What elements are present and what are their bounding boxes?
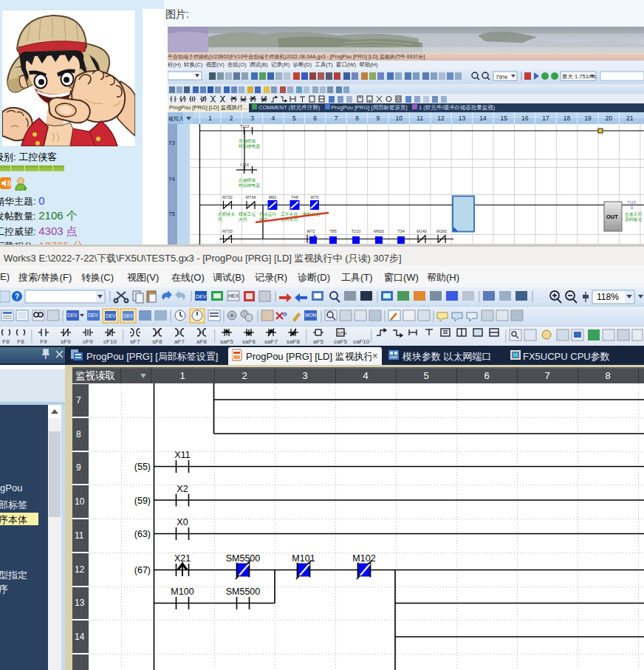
svg-text:11: 11 [75,530,84,541]
svg-text:S: S [177,330,181,335]
svg-text:17: 17 [542,114,549,122]
svg-text:F9: F9 [40,338,47,345]
svg-text:时间继电器: 时间继电器 [239,183,260,188]
svg-text:M62: M62 [269,195,277,199]
svg-text:sF8: sF8 [152,338,162,345]
svg-text:I 114: I 114 [240,163,249,167]
svg-text:saF7: saF7 [264,338,278,345]
svg-text:M140: M140 [417,229,427,233]
svg-text:M733: M733 [222,229,233,233]
svg-text:1: 1 [208,114,212,122]
svg-text:4: 4 [272,114,275,122]
svg-text:DEV: DEV [106,313,116,318]
svg-text:(67): (67) [134,565,151,575]
svg-text:12: 12 [75,564,85,575]
svg-text:1: 1 [179,370,185,381]
svg-text:M101: M101 [292,553,315,564]
svg-text:OUT: OUT [606,213,618,220]
svg-text:0: 0 [631,205,633,210]
svg-text:视写入: 视写入 [168,116,184,122]
svg-text:13: 13 [459,114,466,122]
svg-text:75: 75 [168,211,175,217]
svg-text:闭: 闭 [218,217,222,222]
svg-text:X0: X0 [177,517,188,527]
svg-text:14: 14 [75,632,85,642]
svg-text:o: o [283,310,287,318]
svg-text:12: 12 [437,114,445,122]
svg-text:118%: 118% [597,292,619,302]
svg-text:73: 73 [168,140,175,146]
svg-text:HEX: HEX [228,293,239,298]
svg-text:cF10: cF10 [103,338,117,345]
svg-text:13: 13 [75,598,85,608]
svg-text:79%: 79% [496,74,507,81]
svg-text:aF8: aF8 [196,338,207,345]
svg-text:8: 8 [605,370,610,381]
svg-text:9: 9 [377,114,380,122]
svg-text:aF7: aF7 [174,338,185,345]
svg-text:14: 14 [479,114,487,122]
svg-text:7: 7 [76,395,81,406]
svg-text:大闭: 大闭 [239,217,247,222]
svg-text:SM5500: SM5500 [226,553,261,564]
svg-text:监视读取: 监视读取 [75,370,115,381]
svg-text:T85: T85 [329,229,336,233]
svg-text:时间继电器: 时间继电器 [239,144,260,149]
svg-text:(55): (55) [134,462,151,472]
svg-text:sF7: sF7 [130,338,140,345]
svg-text:2: 2 [242,370,247,381]
svg-text:?: ? [15,293,19,301]
svg-text:全速关闭: 全速关闭 [625,212,642,217]
svg-text:DEV: DEV [88,312,98,318]
svg-text:7: 7 [544,370,549,381]
svg-text:21: 21 [626,114,634,122]
svg-text:右侧焊接: 右侧焊接 [238,177,256,183]
svg-text:STH: STH [338,331,346,335]
svg-text:saF6: saF6 [242,338,256,345]
svg-text:9: 9 [76,462,81,473]
svg-text:15: 15 [501,114,508,122]
svg-text:8: 8 [355,114,359,122]
svg-text:6: 6 [484,370,489,381]
svg-text:10: 10 [396,114,403,122]
svg-text:M603: M603 [374,229,384,233]
svg-text:74: 74 [168,176,175,182]
svg-text:DEV: DEV [123,313,134,318]
svg-text:18: 18 [564,114,571,122]
svg-text:左焊接夹: 左焊接夹 [218,211,235,216]
svg-text:R: R [199,330,203,335]
svg-text:caF5: caF5 [334,338,347,345]
svg-text:10: 10 [75,496,85,507]
svg-text:T115: T115 [627,200,636,205]
svg-text:(63): (63) [134,529,151,539]
svg-text:SM5500: SM5500 [226,587,261,597]
svg-text:8: 8 [76,429,81,440]
svg-text:W72: W72 [306,229,315,233]
svg-text:焊接工位: 焊接工位 [239,211,256,216]
svg-text:DEV: DEV [196,294,207,299]
svg-text:20: 20 [606,114,613,122]
svg-text:W70: W70 [310,195,318,199]
svg-text:aF5: aF5 [313,338,323,345]
svg-text:3: 3 [302,370,307,381]
svg-text:M732: M732 [222,195,233,199]
svg-text:6: 6 [313,114,317,122]
svg-text:7: 7 [335,114,338,122]
svg-text:F8: F8 [2,338,10,345]
svg-text:T210: T210 [352,229,361,233]
svg-text:最大 1.751ms: 最大 1.751ms [562,73,596,80]
svg-text:M100: M100 [171,587,193,597]
svg-text:左侧焊接: 左侧焊接 [239,138,256,144]
svg-text:T113: T113 [240,124,249,129]
svg-text:cF9: cF9 [83,338,93,345]
svg-text:16: 16 [521,114,529,122]
svg-text:F8: F8 [17,338,24,345]
svg-text:M102: M102 [352,553,375,564]
svg-text:T34: T34 [397,229,404,233]
svg-text:4: 4 [363,370,368,381]
svg-text:5: 5 [423,370,428,381]
svg-text:T48: T48 [291,195,298,199]
svg-text:saF8: saF8 [287,338,300,345]
svg-text:caF10: caF10 [353,338,370,345]
svg-text:5: 5 [292,114,296,122]
